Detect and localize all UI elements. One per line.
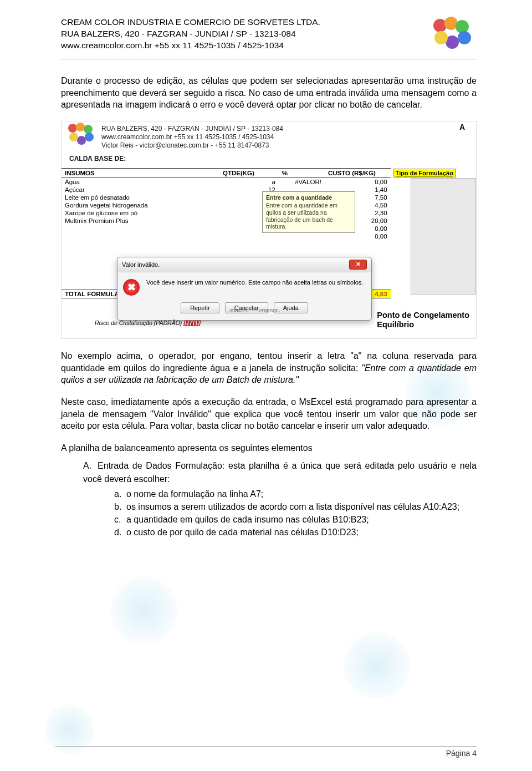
list-block: A.Entrada de Dados Formulação: esta plan…	[61, 459, 477, 539]
tooltip-title: Entre com a quantidade	[266, 194, 351, 201]
ponto-congelamento: Ponto de Congelamento Equilíbrio	[377, 311, 469, 330]
quantity-tooltip: Entre com a quantidade Entre com a quant…	[262, 191, 355, 233]
header-contact: www.creamcolor.com.br +55 xx 11 4525-103…	[61, 40, 320, 52]
sub-item-d: d.o custo de por quilo de cada material …	[114, 526, 477, 539]
ss-table-wrap: INSUMOS QTDE(KG) % CUSTO (R$/KG) Tipo de…	[62, 168, 476, 299]
list-item-A: A.Entrada de Dados Formulação: esta plan…	[83, 459, 477, 485]
sub-item-b: b.os insumos a serem utilizados de acord…	[114, 500, 477, 513]
risco-label: Risco de Cristalização (PADRÃO)	[95, 319, 182, 326]
header-company: CREAM COLOR INDUSTRIA E COMERCIO DE SORV…	[61, 17, 320, 28]
maior-menor-label: ↓maior<------>menor↓	[228, 307, 280, 313]
col-qtde: QTDE(KG)	[219, 168, 279, 177]
ss-hdr-line2: www.creamcolor.com.br +55 xx 11 4525-103…	[101, 133, 468, 141]
dialog-title-text: Valor inválido.	[122, 261, 160, 268]
col-tipo: Tipo de Formulação	[391, 168, 476, 177]
header-logo-icon	[429, 17, 477, 55]
header-address: RUA BALZERS, 420 - FAZGRAN - JUNDIAI / S…	[61, 28, 320, 40]
risco-boxes-icon: [][][][][][]	[183, 319, 200, 326]
sub-item-c: c.a quantidade em quilos de cada insumo …	[114, 513, 477, 526]
ss-header: RUA BALZERS, 420 - FAZGRAN - JUNDIAI / S…	[62, 121, 476, 154]
ss-hdr-line3: Victor Reis - victor@clonatec.com.br - +…	[101, 141, 468, 150]
page-header: CREAM COLOR INDUSTRIA E COMERCIO DE SORV…	[61, 17, 477, 59]
tipo-formulacao-label: Tipo de Formulação	[393, 169, 456, 177]
header-text-block: CREAM COLOR INDUSTRIA E COMERCIO DE SORV…	[61, 17, 320, 52]
col-pct: %	[279, 168, 325, 177]
col-custo: CUSTO (R$/KG)	[325, 168, 391, 177]
ss-hdr-line1: RUA BALZERS, 420 - FAZGRAN - JUNDIAI / S…	[101, 125, 468, 133]
after-p2: Neste caso, imediatamente após a execuçã…	[61, 396, 477, 432]
calda-label: CALDA BASE DE:	[62, 155, 476, 163]
intro-paragraph: Durante o processo de edição, as células…	[61, 75, 477, 111]
page-number: Página 4	[446, 749, 477, 758]
page-footer: Página 4	[55, 746, 477, 758]
ss-marker-a: A	[459, 123, 465, 131]
error-icon: ✖	[123, 279, 140, 296]
close-icon[interactable]: ✕	[349, 260, 367, 270]
tooltip-body: Entre com a quantidade em quilos a ser u…	[266, 202, 351, 230]
after-p1: No exemplo acima, o operador, por engano…	[61, 350, 477, 386]
after-p3: A planilha de balanceamento apresenta os…	[61, 442, 477, 454]
embedded-screenshot: RUA BALZERS, 420 - FAZGRAN - JUNDIAI / S…	[61, 121, 477, 339]
tipo-side-panel	[411, 178, 476, 295]
dialog-message: Você deve inserir um valor numérico. Est…	[146, 279, 363, 286]
sub-item-a: a.o nome da formulação na linha A7;	[114, 488, 477, 500]
col-insumos: INSUMOS	[62, 168, 219, 177]
ss-logo-icon	[66, 123, 98, 150]
